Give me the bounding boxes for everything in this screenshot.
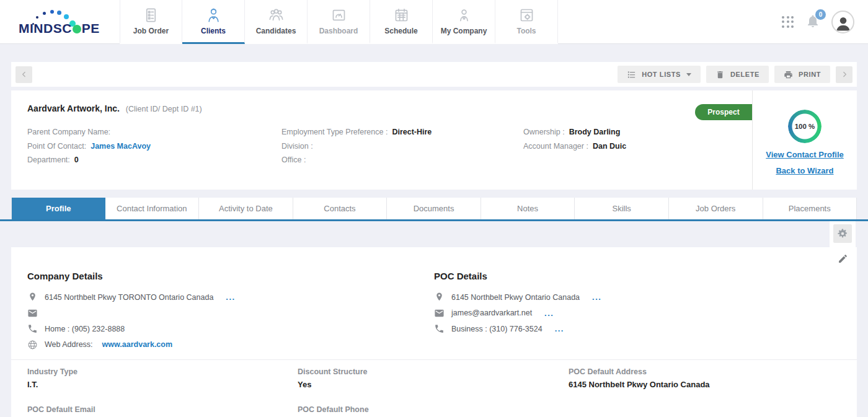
mindscope-logo[interactable]: MINDSCPE [19, 5, 105, 39]
list-icon [627, 70, 636, 79]
tab-contact-information[interactable]: Contact Information [105, 198, 200, 219]
client-name: Aardvark Artwork, Inc. [27, 103, 120, 113]
client-id-text: (Client ID/ Dept ID #1) [126, 105, 202, 113]
poc-default-address-label: POC Default Address [569, 367, 841, 376]
completion-ring: 100 % [788, 110, 822, 143]
company-details-heading: Company Details [27, 271, 236, 281]
tab-options-band [0, 221, 868, 247]
completion-percentage: 100 % [788, 110, 822, 143]
notification-count-badge: 0 [815, 9, 826, 20]
poc-details-section: POC Details 6145 Northbelt Pkwy Ontario … [434, 271, 601, 340]
printer-icon [784, 70, 793, 79]
client-fields-column-3: Ownership :Brody Darling Account Manager… [523, 125, 626, 153]
poc-phone-more-button[interactable]: ... [555, 324, 564, 333]
view-contact-profile-link[interactable]: View Contact Profile [766, 150, 843, 159]
schedule-icon [393, 7, 410, 24]
nav-item-clients[interactable]: Clients [182, 0, 245, 44]
nav-label: Candidates [256, 27, 296, 35]
industry-type-value: I.T. [27, 380, 298, 389]
nav-item-job-order[interactable]: Job Order [120, 0, 182, 44]
gear-icon [837, 228, 848, 239]
employment-type-label: Employment Type Preference : [281, 128, 388, 136]
previous-record-button[interactable] [16, 66, 32, 83]
status-badge: Prospect [695, 104, 752, 120]
location-pin-icon [434, 292, 445, 302]
client-fields-column-1: Parent Company Name: Point Of Contact:Ja… [27, 125, 151, 167]
company-phone: Home : (905) 232-8888 [45, 325, 125, 333]
ownership-label: Ownership : [523, 128, 565, 136]
delete-button[interactable]: DELETE [706, 66, 769, 83]
globe-icon [27, 340, 38, 350]
poc-address-more-button[interactable]: ... [592, 292, 601, 302]
nav-label: Dashboard [319, 27, 358, 35]
gear-holder [830, 221, 856, 247]
nav-label: Tools [516, 27, 536, 35]
toolbar-actions: HOT LISTS DELETE PRINT [618, 66, 852, 83]
poc-address: 6145 Northbelt Pkwy Ontario Canada [451, 293, 580, 302]
delete-label: DELETE [730, 71, 760, 78]
apps-grid-icon[interactable] [782, 16, 794, 29]
division-label: Division : [281, 142, 313, 151]
job-order-icon [143, 7, 159, 24]
client-side-panel: 100 % View Contact Profile Back to Wizar… [752, 90, 857, 190]
client-summary-card: Aardvark Artwork, Inc. (Client ID/ Dept … [11, 90, 857, 190]
nav-item-candidates[interactable]: Candidates [245, 0, 308, 44]
nav-item-tools[interactable]: Tools [495, 0, 558, 44]
tools-icon [518, 7, 535, 24]
client-fields-column-2: Employment Type Preference :Direct-Hire … [281, 125, 432, 167]
tab-activity-to-date[interactable]: Activity to Date [199, 198, 293, 219]
nav-label: My Company [441, 27, 487, 35]
user-avatar[interactable] [831, 11, 854, 33]
tab-profile[interactable]: Profile [11, 198, 105, 219]
chevron-down-icon [686, 73, 691, 76]
logo-text: MINDSCPE [19, 21, 100, 36]
department-value: 0 [74, 156, 79, 164]
office-label: Office : [281, 156, 306, 164]
parent-company-label: Parent Company Name: [27, 128, 110, 136]
tab-documents[interactable]: Documents [387, 198, 481, 219]
main-menu: Job Order Clients Candidates Dashboard [120, 0, 558, 44]
company-address-more-button[interactable]: ... [226, 292, 235, 302]
poc-email-more-button[interactable]: ... [544, 309, 554, 318]
discount-structure-label: Discount Structure [298, 367, 569, 376]
email-icon [434, 308, 445, 318]
account-manager-value: Dan Duic [593, 142, 626, 151]
nav-label: Schedule [384, 27, 417, 35]
nav-item-dashboard[interactable]: Dashboard [308, 0, 370, 44]
client-tabs-bar: Profile Contact Information Activity to … [0, 198, 868, 221]
tab-placements[interactable]: Placements [763, 198, 857, 219]
dashboard-icon [330, 7, 347, 24]
company-address: 6145 Northbelt Pkwy TORONTO Ontario Cana… [45, 293, 213, 302]
company-web-label: Web Address: [45, 340, 93, 349]
point-of-contact-link[interactable]: James MacAvoy [91, 142, 151, 151]
discount-structure-value: Yes [298, 380, 569, 389]
client-title: Aardvark Artwork, Inc. (Client ID/ Dept … [27, 103, 202, 113]
tab-contacts[interactable]: Contacts [293, 198, 388, 219]
settings-button[interactable] [833, 224, 852, 243]
summary-row-2: POC Default Email POC Default Phone [27, 405, 841, 414]
record-toolbar: HOT LISTS DELETE PRINT [11, 62, 857, 87]
poc-default-phone-label: POC Default Phone [298, 405, 569, 414]
edit-pencil-icon[interactable] [838, 253, 848, 264]
nav-item-my-company[interactable]: My Company [433, 0, 495, 44]
back-to-wizard-link[interactable]: Back to Wizard [776, 166, 833, 175]
next-record-button[interactable] [836, 66, 852, 83]
industry-type-label: Industry Type [27, 367, 298, 376]
logo-green-dot [73, 25, 81, 33]
candidates-icon [268, 7, 285, 24]
tab-skills[interactable]: Skills [575, 198, 669, 219]
email-icon [27, 308, 38, 318]
notifications-bell-icon[interactable]: 0 [805, 14, 820, 31]
nav-item-schedule[interactable]: Schedule [370, 0, 433, 44]
department-label: Department: [27, 156, 70, 164]
hot-lists-label: HOT LISTS [642, 71, 681, 78]
print-button[interactable]: PRINT [774, 66, 830, 83]
summary-row-1: Industry Type I.T. Discount Structure Ye… [27, 367, 841, 389]
clients-icon [205, 7, 222, 24]
poc-phone: Business : (310) 776-3524 [451, 325, 542, 333]
hot-lists-button[interactable]: HOT LISTS [618, 66, 701, 83]
tab-job-orders[interactable]: Job Orders [669, 198, 763, 219]
company-web-address-link[interactable]: www.aardvark.com [102, 340, 172, 349]
poc-default-email-label: POC Default Email [27, 405, 298, 414]
tab-notes[interactable]: Notes [481, 198, 575, 219]
